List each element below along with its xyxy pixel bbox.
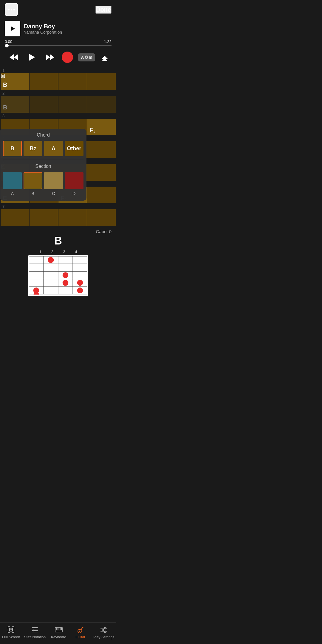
svg-point-25 — [77, 287, 83, 293]
svg-point-24 — [77, 280, 83, 286]
grid-cell[interactable] — [87, 73, 116, 90]
playback-controls: A B — [0, 48, 116, 67]
song-artist: Yamaha Corporation — [24, 30, 62, 35]
chord-option-A[interactable]: A — [44, 141, 63, 156]
svg-point-23 — [63, 280, 69, 286]
grid-cell[interactable] — [58, 73, 87, 90]
grid-cell[interactable] — [30, 209, 58, 226]
progress-container: 0:00 1:22 — [0, 39, 116, 48]
grid-cell[interactable] — [58, 96, 87, 113]
grid-cell[interactable] — [58, 209, 87, 226]
ab-label: A — [81, 55, 84, 60]
album-art — [5, 21, 20, 36]
current-time: 0:00 — [5, 39, 12, 44]
grid-cell[interactable] — [30, 73, 58, 90]
chord-diagram: 1 2 3 4 — [5, 250, 112, 296]
rewind-button[interactable] — [7, 51, 20, 64]
grid-cell[interactable]: F# — [87, 119, 116, 135]
svg-point-26 — [48, 257, 54, 263]
row-divider-3: 3 — [0, 113, 116, 119]
svg-marker-6 — [50, 54, 54, 60]
svg-marker-3 — [14, 54, 18, 60]
section-option-D[interactable] — [65, 172, 83, 189]
section-option-B[interactable] — [24, 172, 42, 189]
done-button[interactable]: Done — [95, 6, 112, 14]
grid-row-1: B B — [0, 73, 116, 90]
row-divider-1: 1 — [0, 67, 116, 73]
capo-label: Capo: 0 — [5, 229, 112, 234]
grid-cell[interactable]: B B — [1, 73, 29, 90]
grid-cell[interactable] — [87, 96, 116, 113]
fretboard-diagram — [28, 255, 88, 296]
svg-marker-4 — [29, 54, 35, 61]
chord-popup: Chord B B7 A Other Section ABCD — [0, 129, 86, 201]
song-info: Danny Boy Yamaha Corporation — [0, 19, 116, 39]
grid-cell[interactable] — [1, 209, 29, 226]
section-option-A[interactable] — [3, 172, 22, 189]
fret-num-1: 1 — [39, 250, 41, 254]
grid-cell[interactable] — [87, 141, 116, 158]
progress-bar[interactable] — [5, 45, 112, 46]
fret-num-3: 3 — [63, 250, 65, 254]
progress-thumb[interactable] — [5, 44, 9, 47]
ab-button[interactable]: A B — [78, 53, 95, 61]
chord-options: B B7 A Other — [3, 141, 83, 156]
row-divider-2: 2 — [0, 90, 116, 96]
ab-b-label: B — [89, 55, 92, 60]
fret-num-2: 2 — [51, 250, 53, 254]
fast-forward-button[interactable] — [44, 51, 57, 64]
section-options — [3, 172, 83, 189]
fret-num-4: 4 — [75, 250, 77, 254]
chord-grid: 1 B B 2 Chord B B7 A Other — [0, 67, 116, 226]
grid-cell[interactable] — [87, 209, 116, 226]
scroll-up-button[interactable] — [100, 53, 109, 62]
grid-row-7 — [0, 209, 116, 226]
grid-row-2: B — [0, 96, 116, 113]
guitar-section: Capo: 0 B 1 2 3 4 — [0, 226, 116, 298]
chord-popup-title: Chord — [3, 132, 83, 138]
song-title: Danny Boy — [24, 23, 62, 30]
popup-divider — [3, 160, 83, 160]
play-button[interactable] — [25, 51, 38, 64]
grid-cell[interactable] — [87, 187, 116, 203]
grid-cell[interactable] — [30, 96, 58, 113]
record-button[interactable] — [62, 52, 73, 63]
svg-point-22 — [63, 272, 69, 278]
chord-option-other[interactable]: Other — [65, 141, 83, 156]
grid-cell[interactable] — [87, 164, 116, 181]
chord-option-B7[interactable]: B7 — [24, 141, 42, 156]
svg-marker-2 — [10, 54, 14, 60]
section-option-C[interactable] — [44, 172, 63, 189]
row-divider-7: 7 — [0, 203, 116, 209]
section-popup-title: Section — [3, 164, 83, 169]
chord-option-B[interactable]: B — [3, 141, 22, 156]
header: Done — [0, 0, 116, 19]
total-time: 1:22 — [104, 39, 112, 44]
section-labels: ABCD — [3, 191, 83, 196]
svg-marker-5 — [46, 54, 50, 60]
menu-button[interactable] — [5, 3, 18, 16]
grid-cell[interactable]: B — [1, 96, 29, 113]
chord-diagram-name: B — [5, 235, 112, 247]
